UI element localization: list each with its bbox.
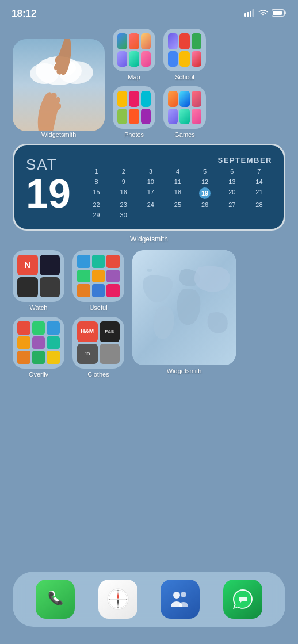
cal-cell: 28 (246, 200, 272, 209)
safari-svg (105, 586, 131, 612)
svg-point-23 (117, 607, 119, 608)
phone-svg: 📞 (45, 589, 66, 610)
row3: N Watch (13, 250, 285, 378)
games-folder-label: Games (174, 131, 194, 138)
cal-cell: 5 (192, 167, 218, 176)
g3 (192, 91, 201, 107)
watch-mini4 (40, 277, 60, 298)
g2 (179, 91, 189, 107)
games-folder[interactable] (163, 86, 206, 129)
dock-safari-icon[interactable] (98, 580, 137, 619)
cal-cell: 14 (246, 177, 272, 186)
cal-cell: 17 (137, 187, 163, 199)
cal-cell-today: 19 (199, 187, 211, 199)
u2 (92, 255, 105, 268)
overliv-grid (13, 317, 64, 369)
useful-app-item[interactable]: Useful (72, 250, 124, 311)
maps-mini5 (129, 51, 139, 67)
people-svg (167, 586, 193, 612)
overliv-app-item[interactable]: Overliv (13, 317, 64, 378)
ov6 (47, 336, 60, 350)
cal-cell: 6 (219, 167, 245, 176)
status-time: 18:12 (12, 8, 36, 20)
map-widgetsmith-label: Widgetsmith (167, 367, 202, 374)
ov1 (17, 321, 30, 335)
wifi-icon (258, 9, 268, 19)
cal-cell: 7 (246, 167, 272, 176)
cal-cell: 8 (83, 177, 109, 186)
cal-cell: 25 (165, 200, 190, 209)
map-widgetsmith-item[interactable]: Widgetsmith (132, 250, 236, 374)
cal-cell: 24 (137, 200, 163, 209)
cal-cell: 27 (219, 200, 245, 209)
dock-phone-icon[interactable]: 📞 (36, 580, 75, 619)
calendar-widget-label: Widgetsmith (13, 235, 285, 243)
maps-mini2 (129, 33, 139, 49)
signal-icon (244, 9, 255, 19)
ov2 (32, 321, 45, 335)
map-folder[interactable] (113, 29, 155, 71)
svg-point-26 (173, 592, 180, 599)
sky-hands-svg (13, 39, 105, 131)
maps-mini4 (117, 51, 127, 67)
photos-folder[interactable] (113, 86, 155, 129)
cal-cell: 22 (83, 200, 109, 209)
school-folder[interactable] (163, 29, 206, 71)
svg-point-25 (126, 599, 127, 600)
clothes-icon[interactable]: H&M P&B JD (72, 317, 124, 369)
ph2 (129, 91, 139, 107)
u5 (92, 270, 105, 283)
games-folder-item[interactable]: Games (163, 86, 206, 138)
cal-cell: 21 (246, 187, 272, 199)
svg-point-24 (109, 599, 110, 600)
watch-mini3 (17, 277, 38, 298)
u1 (77, 255, 90, 268)
ov7 (17, 351, 30, 364)
maps-mini1 (117, 33, 127, 49)
ov3 (47, 321, 60, 335)
ov9 (47, 351, 60, 364)
svg-point-14 (147, 269, 152, 272)
school-mini6 (192, 51, 201, 67)
status-icons (244, 9, 286, 19)
overliv-icon[interactable] (13, 317, 64, 369)
overliv-label: Overliv (29, 371, 48, 378)
school-mini4 (168, 51, 178, 67)
cal-cell: 4 (165, 167, 190, 176)
u7 (77, 284, 90, 297)
photos-folder-label: Photos (124, 131, 144, 138)
dock-whatsapp-icon[interactable] (223, 580, 262, 619)
cal-cell: 16 (110, 187, 136, 199)
ov4 (17, 336, 30, 350)
clothes-mini-grid: H&M P&B JD (72, 317, 124, 369)
cal-cell: 3 (137, 167, 163, 176)
calendar-grid: 1 2 3 4 5 6 7 8 9 10 11 12 13 14 15 (83, 167, 272, 220)
map-widgetsmith-icon[interactable] (132, 250, 236, 365)
watch-icon[interactable]: N (13, 250, 64, 302)
clothes-app-item[interactable]: H&M P&B JD Clothes (72, 317, 124, 378)
watch-app-item[interactable]: N Watch (13, 250, 64, 311)
useful-icon[interactable] (72, 250, 124, 302)
widgetsmith-photo-widget[interactable]: Widgetsmith (13, 39, 105, 138)
widgetsmith-photo-label: Widgetsmith (13, 131, 105, 138)
maps-mini6 (141, 51, 151, 67)
calendar-widget[interactable]: SAT 19 SEPTEMBER 1 2 3 4 5 6 7 8 9 10 (13, 144, 285, 231)
large-widget-image (13, 39, 105, 131)
ov5 (32, 336, 45, 350)
cal-cell: 18 (165, 187, 190, 199)
dock-people-icon[interactable] (161, 580, 200, 619)
cal-cell: 12 (192, 177, 218, 186)
ph6 (141, 109, 151, 125)
school-mini3 (192, 33, 201, 49)
cal-cell: 11 (165, 177, 190, 186)
svg-rect-6 (273, 11, 282, 15)
photos-folder-item[interactable]: Photos (113, 86, 155, 138)
map-folder-item[interactable]: Map (113, 29, 155, 80)
school-folder-item[interactable]: School (163, 29, 206, 80)
cal-cell: 20 (219, 187, 245, 199)
useful-label: Useful (89, 304, 107, 311)
school-mini5 (179, 51, 189, 67)
row1-right: Map School (113, 29, 285, 138)
cal-cell: 2 (110, 167, 136, 176)
watch-label: Watch (30, 304, 48, 311)
